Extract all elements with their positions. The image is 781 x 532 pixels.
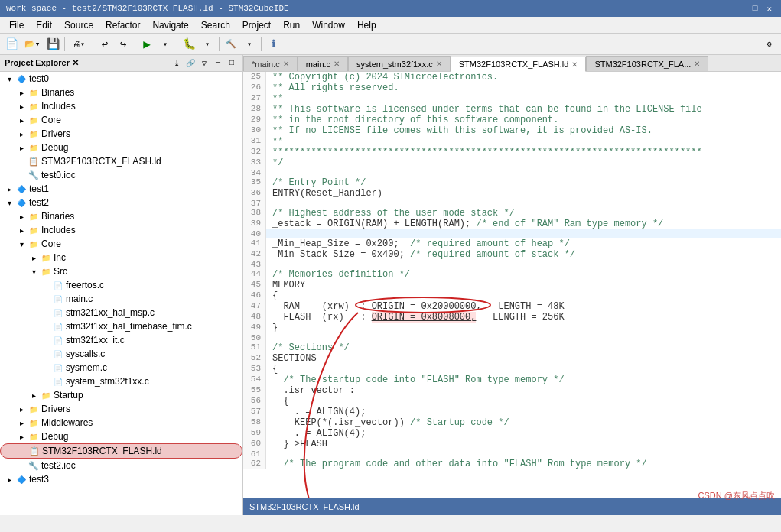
- menu-source[interactable]: Source: [58, 18, 99, 32]
- toolbar-debug-dropdown[interactable]: ▾: [199, 36, 216, 53]
- tree-label-test2-syscalls: syscalls.c: [64, 349, 105, 359]
- file-icon-test2-ld: 📋: [28, 445, 41, 457]
- toolbar-run-dropdown[interactable]: ▾: [157, 36, 174, 53]
- pe-link[interactable]: 🔗: [184, 57, 197, 70]
- tree-label-test0-binaries: Binaries: [40, 87, 74, 98]
- tree-item-test2-ld[interactable]: 📋 STM32F103RCTX_FLASH.ld: [0, 443, 242, 459]
- tree-item-test0-ioc[interactable]: 🔧 test0.ioc: [0, 168, 242, 182]
- tree-item-test2-ioc[interactable]: 🔧 test2.ioc: [0, 459, 242, 472]
- menu-window[interactable]: Window: [306, 18, 351, 32]
- toolbar-redo[interactable]: ↪: [115, 36, 132, 53]
- tree-label-test2-freertos: freertos.c: [64, 280, 104, 290]
- tree-item-test0[interactable]: ▾ 🔷 test0: [0, 72, 242, 86]
- tree-item-test0-binaries[interactable]: ▸ 📁 Binaries: [0, 86, 242, 99]
- maximize-btn[interactable]: □: [750, 4, 761, 14]
- tab-close-main-modified[interactable]: ✕: [283, 60, 289, 68]
- tree-item-test2-drivers[interactable]: ▸ 📁 Drivers: [0, 402, 242, 416]
- tree-label-test2-system: system_stm32f1xx.c: [64, 376, 149, 387]
- expand-icon-test2-binaries: ▸: [15, 210, 28, 222]
- project-icon-test0: 🔷: [15, 73, 28, 85]
- toolbar-save[interactable]: 💾: [44, 36, 61, 53]
- tree-item-test2-includes[interactable]: ▸ 📁 Includes: [0, 223, 242, 237]
- tab-close-flash-ld[interactable]: ✕: [571, 60, 578, 69]
- toolbar-build-dropdown[interactable]: ▾: [241, 36, 258, 53]
- expand-icon-test0-drivers: ▸: [15, 128, 28, 140]
- pe-filter[interactable]: ▽: [198, 57, 210, 70]
- menu-help[interactable]: Help: [351, 18, 382, 32]
- tree-item-test2-hal-msp[interactable]: 📄 stm32f1xx_hal_msp.c: [0, 306, 242, 320]
- tree-item-test2-system[interactable]: 📄 system_stm32f1xx.c: [0, 375, 242, 388]
- tab-label-main: main.c: [306, 60, 330, 69]
- menu-navigate[interactable]: Navigate: [146, 18, 194, 32]
- tree-label-test2-ioc: test2.ioc: [40, 460, 76, 471]
- title-text: work_space - test2/STM32F103RCTX_FLASH.l…: [6, 4, 289, 13]
- tab-flash-ld[interactable]: STM32F103RCTX_FLASH.ld ✕: [451, 57, 587, 72]
- toolbar-build[interactable]: 🔨: [223, 36, 239, 53]
- toolbar-open[interactable]: 📂▾: [21, 36, 43, 53]
- tab-flash-ld2[interactable]: STM32F103RCTX_FLA... ✕: [586, 56, 708, 71]
- tree-item-test2-syscalls[interactable]: 📄 syscalls.c: [0, 347, 242, 361]
- pe-maximize[interactable]: □: [226, 57, 238, 70]
- tree-item-test1[interactable]: ▸ 🔷 test1: [0, 182, 242, 196]
- code-line-50: 50: [243, 333, 781, 342]
- tree-item-test2-freertos[interactable]: 📄 freertos.c: [0, 278, 242, 292]
- code-line-60: 60 } >FLASH: [243, 439, 781, 449]
- tree-item-test2-main[interactable]: 📄 main.c: [0, 292, 242, 306]
- tab-close-system[interactable]: ✕: [436, 60, 442, 68]
- tree-item-test2-debug-folder[interactable]: ▸ 📁 Debug: [0, 430, 242, 443]
- tree-item-test0-ld[interactable]: 📋 STM32F103RCTX_FLASH.ld: [0, 154, 242, 168]
- tree-item-test2-hal-tim[interactable]: 📄 stm32f1xx_hal_timebase_tim.c: [0, 320, 242, 333]
- code-line-28: 28 ** This software is licensed under te…: [243, 104, 781, 115]
- tab-main-c[interactable]: main.c ✕: [298, 56, 348, 71]
- menu-edit[interactable]: Edit: [30, 18, 58, 32]
- tree-item-test0-drivers[interactable]: ▸ 📁 Drivers: [0, 127, 242, 141]
- menu-project[interactable]: Project: [236, 18, 277, 32]
- code-line-55: 55 .isr_vector :: [243, 385, 781, 396]
- tab-close-main[interactable]: ✕: [334, 60, 340, 68]
- tree-item-test2-startup[interactable]: ▸ 📁 Startup: [0, 388, 242, 402]
- code-line-62: 62 /* The program code and other data in…: [243, 459, 781, 469]
- toolbar-sep4: [177, 37, 177, 51]
- pe-collapse-all[interactable]: ⤓: [171, 57, 183, 70]
- menu-file[interactable]: File: [3, 18, 30, 32]
- menu-refactor[interactable]: Refactor: [99, 18, 146, 32]
- folder-icon-test2-includes: 📁: [28, 224, 40, 236]
- tree-item-test2[interactable]: ▾ 🔷 test2: [0, 196, 242, 209]
- toolbar-perspective[interactable]: ⚙: [761, 36, 778, 53]
- status-text: STM32F103RCTX_FLASH.ld: [249, 502, 360, 511]
- toolbar-print[interactable]: 🖨▾: [68, 36, 89, 53]
- spacer-test2-system: [40, 375, 52, 388]
- tree-item-test3[interactable]: ▸ 🔷 test3: [0, 472, 242, 486]
- minimize-btn[interactable]: ─: [735, 4, 747, 14]
- pe-minimize[interactable]: ─: [212, 57, 224, 70]
- tree-item-test2-middlewares[interactable]: ▸ 📁 Middlewares: [0, 416, 242, 430]
- tree-item-test0-debug[interactable]: ▸ 📁 Debug: [0, 141, 242, 154]
- toolbar-info[interactable]: ℹ: [265, 36, 281, 53]
- toolbar-undo[interactable]: ↩: [96, 36, 113, 53]
- code-view[interactable]: 25 ** Copyright (c) 2024 STMicroelectron…: [243, 72, 781, 498]
- tree-label-test2-startup: Startup: [52, 390, 83, 401]
- tree-item-test2-src[interactable]: ▾ 📁 Src: [0, 264, 242, 278]
- tab-label-flash-ld2: STM32F103RCTX_FLA...: [594, 60, 691, 69]
- tree-label-test2-core: Core: [40, 238, 61, 249]
- tab-system[interactable]: system_stm32f1xx.c ✕: [348, 56, 451, 71]
- tree-item-test2-core[interactable]: ▾ 📁 Core: [0, 237, 242, 251]
- main-layout: Project Explorer ✕ ⤓ 🔗 ▽ ─ □ ▾ 🔷 test0 ▸…: [0, 55, 781, 515]
- tree-item-test2-sysmem[interactable]: 📄 sysmem.c: [0, 361, 242, 375]
- toolbar-new[interactable]: 📄: [3, 36, 20, 53]
- tree-item-test2-it[interactable]: 📄 stm32f1xx_it.c: [0, 333, 242, 347]
- menu-search[interactable]: Search: [195, 18, 236, 32]
- toolbar-run[interactable]: ▶: [138, 36, 155, 53]
- tree-item-test2-binaries[interactable]: ▸ 📁 Binaries: [0, 209, 242, 223]
- tree-item-test0-includes[interactable]: ▸ 📁 Includes: [0, 99, 242, 113]
- expand-icon-test2-middlewares: ▸: [15, 417, 28, 429]
- menu-run[interactable]: Run: [277, 18, 306, 32]
- tree-item-test2-inc[interactable]: ▸ 📁 Inc: [0, 251, 242, 264]
- toolbar-sep3: [135, 37, 135, 51]
- tab-close-flash-ld2[interactable]: ✕: [694, 60, 700, 68]
- toolbar-debug[interactable]: 🐛: [181, 36, 197, 53]
- close-btn[interactable]: ✕: [763, 4, 775, 14]
- tree-item-test0-core[interactable]: ▸ 📁 Core: [0, 113, 242, 127]
- tab-main-c-modified[interactable]: *main.c ✕: [243, 56, 298, 71]
- folder-icon-test2-inc: 📁: [40, 251, 52, 264]
